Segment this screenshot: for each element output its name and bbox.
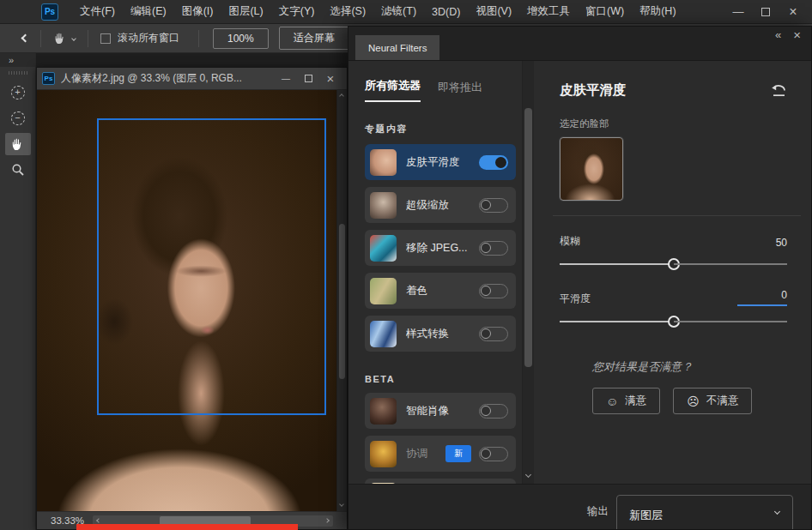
selected-face-thumbnail[interactable] [560, 137, 623, 201]
filter-item-style-transfer[interactable]: 样式转换 [365, 316, 516, 352]
reset-icon[interactable] [770, 83, 787, 99]
filter-thumbnail [370, 192, 397, 219]
filter-thumbnail [370, 235, 397, 262]
blur-slider-group: 模糊 50 [560, 234, 787, 271]
smoothness-slider-group: 平滑度 0 [560, 289, 787, 328]
plus-circle-icon: + [11, 86, 25, 99]
scroll-all-windows-checkbox[interactable] [100, 33, 111, 44]
neural-filters-tabstrip: Neural Filters « × [348, 27, 811, 61]
filter-thumbnail [370, 149, 397, 176]
scroll-all-windows-label: 滚动所有窗口 [118, 31, 179, 45]
maximize-icon[interactable] [752, 2, 779, 22]
vertical-scroll-thumb[interactable] [339, 224, 345, 379]
smart-portrait-toggle[interactable] [479, 404, 508, 419]
subtract-selection-tool[interactable]: − [5, 107, 31, 129]
menu-edit[interactable]: 编辑(E) [123, 4, 174, 19]
document-title: 人像素材2.jpg @ 33.3% (图层 0, RGB... [61, 71, 275, 86]
jpeg-artifacts-toggle[interactable] [479, 241, 508, 256]
menu-type[interactable]: 文字(Y) [271, 4, 323, 19]
blur-slider-label: 模糊 [560, 234, 580, 249]
output-label: 输出 [587, 504, 609, 519]
doc-maximize-icon[interactable] [297, 70, 319, 87]
list-scroll-down-icon[interactable] [525, 472, 531, 478]
vertical-scrollbar[interactable] [336, 90, 347, 511]
colorize-toggle[interactable] [479, 284, 508, 298]
document-canvas [37, 90, 347, 511]
doc-close-icon[interactable]: × [319, 70, 342, 87]
hand-tool-preset[interactable] [53, 32, 76, 45]
blur-slider-track[interactable] [560, 256, 787, 271]
scroll-right-icon[interactable] [324, 518, 330, 523]
filter-list-scroll-thumb[interactable] [524, 108, 532, 367]
minimize-icon[interactable]: — [724, 2, 752, 22]
document-titlebar[interactable]: Ps 人像素材2.jpg @ 33.3% (图层 0, RGB... — × [37, 68, 347, 90]
skin-smoothing-toggle[interactable] [479, 155, 508, 170]
menu-plugins[interactable]: 增效工具 [519, 4, 578, 19]
filter-item-smart-portrait[interactable]: 智能肖像 [365, 393, 516, 429]
harmonization-toggle[interactable] [479, 447, 508, 461]
filter-item-colorize[interactable]: 着色 [365, 273, 516, 309]
panel-expand-icon[interactable]: » [0, 53, 35, 67]
blur-slider-value[interactable]: 50 [776, 237, 787, 249]
panel-grip[interactable] [9, 71, 27, 75]
unsatisfied-button[interactable]: ☹ 不满意 [673, 388, 752, 414]
scroll-left-icon[interactable] [96, 518, 101, 523]
scroll-up-icon[interactable] [339, 93, 344, 99]
menu-window[interactable]: 窗口(W) [578, 4, 632, 19]
hand-icon [10, 137, 25, 152]
tool-panel: » + − [0, 53, 36, 530]
file-ps-icon: Ps [42, 72, 55, 85]
frown-icon: ☹ [687, 395, 700, 407]
menu-layer[interactable]: 图层(L) [221, 4, 270, 19]
menu-filter[interactable]: 滤镜(T) [373, 4, 424, 19]
menu-file[interactable]: 文件(F) [72, 4, 123, 19]
section-featured-label: 专题内容 [365, 123, 522, 136]
doc-minimize-icon[interactable]: — [275, 70, 297, 87]
smile-icon: ☺ [606, 395, 618, 407]
style-transfer-toggle[interactable] [479, 327, 508, 341]
add-selection-tool[interactable]: + [5, 81, 31, 104]
filter-item-jpeg-artifacts[interactable]: 移除 JPEG... [365, 230, 516, 266]
panel-close-icon[interactable]: × [793, 27, 801, 42]
filter-list-scrollbar[interactable] [522, 61, 534, 484]
zoom-tool[interactable] [5, 159, 31, 181]
filter-item-harmonization[interactable]: 协调 新 [365, 436, 516, 472]
filter-item-super-zoom[interactable]: 超级缩放 [365, 187, 516, 223]
menu-image[interactable]: 图像(I) [174, 4, 221, 19]
fit-screen-button[interactable]: 适合屏幕 [279, 27, 349, 50]
hand-tool[interactable] [5, 133, 31, 155]
face-detection-box [97, 118, 326, 415]
neural-filters-body: 所有筛选器 即将推出 专题内容 皮肤平滑度 超级缩放 移除 JPEG... [348, 61, 811, 484]
filter-detail-panel: 皮肤平滑度 选定的脸部 模糊 50 [534, 61, 811, 484]
back-chevron-icon[interactable] [21, 34, 30, 43]
satisfied-button[interactable]: ☺ 满意 [592, 388, 660, 414]
smoothness-slider-label: 平滑度 [560, 292, 591, 306]
close-icon[interactable]: × [779, 2, 807, 22]
menu-bar: Ps 文件(F) 编辑(E) 图像(I) 图层(L) 文字(Y) 选择(S) 滤… [0, 0, 812, 24]
smoothness-slider-handle[interactable] [668, 316, 680, 328]
tab-coming-soon[interactable]: 即将推出 [438, 80, 482, 102]
tab-all-filters[interactable]: 所有筛选器 [365, 78, 421, 102]
menu-select[interactable]: 选择(S) [322, 4, 373, 19]
output-dropdown[interactable]: 新图层 [616, 495, 793, 529]
dropdown-chevron-icon [774, 509, 780, 515]
hand-icon [53, 32, 67, 45]
filter-list: 所有筛选器 即将推出 专题内容 皮肤平滑度 超级缩放 移除 JPEG... [348, 61, 522, 484]
scroll-down-icon[interactable] [339, 502, 344, 507]
menu-3d[interactable]: 3D(D) [424, 6, 468, 18]
window-controls: — × [724, 2, 812, 22]
zoom-100-button[interactable]: 100% [213, 28, 269, 49]
blur-slider-handle[interactable] [668, 258, 680, 270]
super-zoom-toggle[interactable] [479, 198, 508, 213]
neural-filters-tab[interactable]: Neural Filters [355, 35, 439, 60]
neural-filters-window: Neural Filters « × 所有筛选器 即将推出 专题内容 皮肤平滑度… [348, 26, 812, 530]
menu-view[interactable]: 视图(V) [468, 4, 519, 19]
collapse-panel-icon[interactable]: « [775, 28, 781, 41]
filter-item-skin-smoothing[interactable]: 皮肤平滑度 [365, 144, 516, 180]
menu-help[interactable]: 帮助(H) [632, 4, 683, 19]
smoothness-slider-track[interactable] [560, 314, 787, 328]
minus-circle-icon: − [11, 111, 25, 125]
new-badge: 新 [445, 445, 471, 462]
smoothness-slider-value[interactable]: 0 [737, 289, 787, 306]
filter-thumbnail [370, 278, 397, 304]
